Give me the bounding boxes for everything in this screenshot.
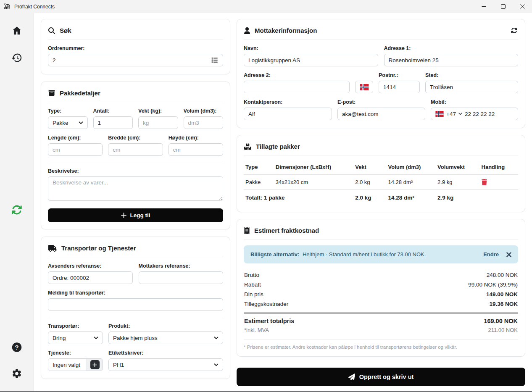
mobile-number[interactable]: 22 22 22 22 bbox=[465, 111, 495, 117]
address1-input[interactable] bbox=[384, 54, 519, 66]
norway-flag-icon bbox=[360, 84, 369, 90]
order-number-label: Ordrenummer: bbox=[48, 45, 223, 51]
order-number-input[interactable] bbox=[48, 54, 223, 66]
contact-input[interactable] bbox=[244, 108, 332, 120]
additional-costs-label: Tilleggskostnader bbox=[244, 299, 288, 309]
app-logo-icon bbox=[4, 3, 11, 10]
help-icon: ? bbox=[11, 342, 23, 353]
quantity-input[interactable] bbox=[93, 116, 133, 129]
service-value: Ingen valgt bbox=[48, 359, 87, 371]
chevron-down-icon bbox=[214, 363, 219, 366]
discount-label: Rabatt bbox=[244, 280, 261, 289]
carrier-message-input[interactable] bbox=[48, 298, 223, 311]
window-controls bbox=[474, 0, 532, 13]
refresh-icon bbox=[511, 27, 518, 34]
type-select[interactable]: Pakke bbox=[48, 116, 88, 129]
col-weight: Vekt bbox=[353, 161, 386, 175]
price-row-your-price: Din pris 149.00 NOK bbox=[244, 289, 518, 299]
width-input[interactable] bbox=[108, 143, 163, 156]
app-window: Profrakt Connects bbox=[0, 0, 532, 392]
length-input[interactable] bbox=[48, 143, 103, 156]
total-weight: 2.0 kg bbox=[353, 190, 386, 205]
search-icon bbox=[48, 27, 55, 34]
address2-input[interactable] bbox=[244, 81, 350, 93]
chevron-down-icon bbox=[214, 337, 219, 339]
col-volumetric-weight: Volumvekt bbox=[436, 161, 479, 175]
receiver-ref-input[interactable] bbox=[139, 271, 224, 284]
carrier-select[interactable]: Bring bbox=[48, 331, 103, 344]
recipient-card: Mottakerinformasjon Navn: bbox=[237, 19, 525, 128]
length-label: Lengde (cm): bbox=[48, 135, 103, 141]
email-input[interactable] bbox=[337, 108, 425, 120]
price-row-gross: Brutto 248.00 NOK bbox=[244, 270, 518, 280]
titlebar: Profrakt Connects bbox=[0, 0, 532, 13]
price-row-discount: Rabatt 99.00 NOK (39.9%) bbox=[244, 280, 518, 289]
delete-package-button[interactable] bbox=[482, 179, 487, 185]
pkg-type: Pakke bbox=[244, 175, 274, 190]
country-code[interactable]: +47 bbox=[446, 111, 456, 117]
search-card-title: Søk bbox=[60, 27, 71, 34]
history-nav-button[interactable] bbox=[11, 52, 23, 63]
volume-label: Volum (dm3): bbox=[184, 108, 224, 114]
product-select-value: Pakke hjem pluss bbox=[113, 335, 214, 341]
col-type: Type bbox=[244, 161, 274, 175]
weight-label: Vekt (kg): bbox=[138, 108, 178, 114]
gear-icon bbox=[11, 368, 22, 379]
maximize-button[interactable] bbox=[493, 0, 513, 13]
gross-label: Brutto bbox=[244, 270, 259, 280]
height-input[interactable] bbox=[169, 143, 223, 156]
description-textarea[interactable] bbox=[48, 176, 223, 201]
postcode-label: Postnr.: bbox=[379, 72, 420, 78]
home-icon bbox=[11, 25, 22, 36]
weight-input[interactable] bbox=[138, 116, 178, 129]
help-nav-button[interactable]: ? bbox=[11, 342, 23, 353]
truck-icon bbox=[48, 245, 57, 252]
price-row-additional-costs: Tilleggskostnader 19.36 NOK bbox=[244, 299, 518, 309]
recipient-card-title: Mottakerinformasjon bbox=[255, 27, 317, 34]
name-input[interactable] bbox=[244, 54, 378, 66]
history-icon bbox=[11, 52, 23, 63]
product-select[interactable]: Pakke hjem pluss bbox=[108, 331, 223, 344]
country-flag-button[interactable] bbox=[355, 81, 373, 93]
packages-table: Type Dimensjoner (LxBxH) Vekt Volum (dm3… bbox=[244, 161, 518, 205]
order-list-button[interactable] bbox=[211, 57, 218, 63]
carrier-message-label: Melding til transportør: bbox=[48, 290, 223, 296]
col-dimensions: Dimensjoner (LxBxH) bbox=[274, 161, 353, 175]
settings-nav-button[interactable] bbox=[11, 368, 22, 379]
change-alternative-link[interactable]: Endre bbox=[483, 251, 499, 258]
close-button[interactable] bbox=[513, 0, 532, 13]
vat-label: *inkl. MVA bbox=[244, 327, 269, 333]
name-label: Navn: bbox=[244, 45, 378, 51]
minimize-button[interactable] bbox=[474, 0, 493, 13]
gross-value: 248.00 NOK bbox=[487, 270, 518, 280]
total-volume: 14.28 dm³ bbox=[387, 190, 436, 205]
recipient-refresh-button[interactable] bbox=[511, 27, 518, 34]
height-label: Høyde (cm): bbox=[169, 135, 223, 141]
your-price-value: 149.00 NOK bbox=[486, 289, 518, 299]
address2-label: Adresse 2: bbox=[244, 72, 350, 78]
sender-ref-label: Avsenders referanse: bbox=[48, 263, 133, 269]
printer-select[interactable]: PH1 bbox=[108, 358, 223, 371]
chevron-down-icon bbox=[458, 113, 462, 115]
postcode-input[interactable] bbox=[379, 81, 420, 93]
pkg-dimensions: 34x21x20 cm bbox=[274, 175, 353, 190]
type-select-value: Pakke bbox=[53, 120, 79, 126]
volume-input[interactable] bbox=[184, 116, 224, 129]
plus-icon bbox=[121, 213, 126, 218]
carrier-card-title: Transportør og Tjenester bbox=[61, 245, 136, 252]
alert-close-button[interactable] bbox=[506, 252, 511, 257]
sync-icon bbox=[11, 205, 23, 215]
vat-value: 211.00 NOK bbox=[488, 327, 518, 333]
home-nav-button[interactable] bbox=[11, 25, 22, 36]
add-package-button[interactable]: Legg til bbox=[48, 208, 223, 222]
mobile-input[interactable]: +47 22 22 22 22 bbox=[431, 108, 518, 120]
create-and-print-button[interactable]: Opprett og skriv ut bbox=[237, 368, 525, 386]
sender-ref-input[interactable] bbox=[48, 271, 133, 284]
add-service-button[interactable] bbox=[90, 360, 100, 369]
printer-label: Etikettskriver: bbox=[108, 350, 223, 356]
city-input[interactable] bbox=[425, 81, 518, 93]
estimate-card: Estimert fraktkostnad Billigste alternat… bbox=[237, 219, 525, 357]
sync-nav-button[interactable] bbox=[11, 205, 23, 215]
additional-costs-value: 19.36 NOK bbox=[489, 299, 518, 309]
city-label: Sted: bbox=[425, 72, 518, 78]
